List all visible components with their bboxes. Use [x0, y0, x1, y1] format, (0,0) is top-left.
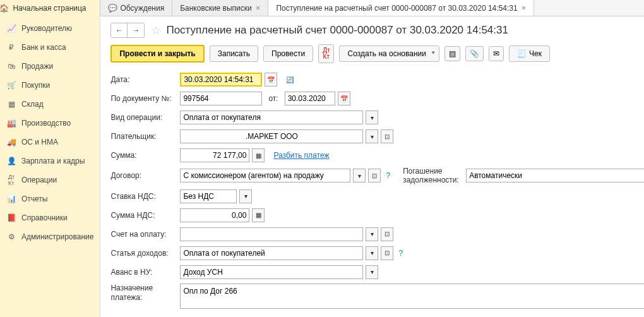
dropdown-icon[interactable]: ▾ [366, 227, 378, 241]
contract-label: Договор: [110, 171, 180, 180]
open-icon[interactable]: ⊡ [381, 227, 393, 241]
home-icon: 🏠 [0, 4, 9, 13]
tab-bank-statements[interactable]: Банковские выписки× [172, 0, 268, 16]
sidebar-item-production[interactable]: 🏭Производство [0, 114, 100, 133]
post-button[interactable]: Провести [263, 45, 313, 62]
post-and-close-button[interactable]: Провести и закрыть [110, 45, 204, 63]
main-area: 🏠Начальная страница 💬Обсуждения Банковск… [100, 0, 644, 317]
dropdown-icon[interactable]: ▾ [239, 189, 252, 203]
dropdown-icon[interactable]: ▾ [366, 111, 378, 124]
person-icon: 👤 [6, 156, 16, 166]
sidebar-label: Продажи [21, 62, 53, 71]
dtkt-button[interactable]: ДтКт [318, 44, 334, 63]
vat-sum-input[interactable] [180, 208, 249, 222]
tab-home-real[interactable]: 🏠Начальная страница [0, 0, 100, 16]
sidebar-label: Операции [21, 176, 57, 184]
nav-buttons: ← → [110, 23, 145, 38]
repay-label: Погашение задолженности: [403, 167, 466, 185]
book-icon: 📕 [6, 213, 16, 223]
back-button[interactable]: ← [111, 23, 128, 37]
sidebar-item-refs[interactable]: 📕Справочники [0, 208, 100, 227]
sidebar-item-salary[interactable]: 👤Зарплата и кадры [0, 152, 100, 170]
income-input[interactable] [180, 246, 363, 260]
vat-rate-label: Ставка НДС: [110, 192, 180, 201]
docnum-input[interactable] [180, 92, 262, 105]
advance-input[interactable] [180, 265, 363, 279]
help-icon[interactable]: ? [398, 249, 403, 258]
attach-button[interactable]: 📎 [465, 46, 484, 61]
sidebar-label: Банк и касса [21, 43, 66, 52]
open-icon[interactable]: ⊡ [381, 129, 393, 143]
sidebar-item-assets[interactable]: 🚚ОС и НМА [0, 133, 100, 152]
sidebar-item-warehouse[interactable]: ▦Склад [0, 95, 100, 114]
sidebar-label: Покупки [21, 81, 50, 90]
register-icon-button[interactable]: ▤ [444, 46, 460, 61]
chart-icon: 📈 [6, 23, 16, 33]
open-icon[interactable]: ⊡ [381, 246, 393, 260]
sidebar-item-bank[interactable]: ₽Банк и касса [0, 38, 100, 57]
chat-icon: 💬 [108, 4, 117, 13]
from-date-input[interactable] [285, 92, 335, 105]
repay-input[interactable] [466, 169, 644, 182]
contract-input[interactable] [180, 169, 350, 182]
optype-label: Вид операции: [110, 113, 180, 122]
receipt-icon: 🧾 [517, 49, 527, 58]
form: Дата: 📅 🔄 По документу №: от: 📅 [110, 72, 644, 317]
date-label: Дата: [110, 75, 180, 84]
calendar-icon[interactable]: 📅 [338, 92, 350, 105]
sidebar-label: Склад [21, 100, 44, 109]
forward-button[interactable]: → [128, 23, 144, 37]
close-icon[interactable]: × [522, 3, 527, 13]
vat-rate-input[interactable] [180, 189, 237, 203]
save-button[interactable]: Записать [210, 45, 258, 62]
split-payment-link[interactable]: Разбить платеж [273, 151, 329, 160]
sidebar-item-sales[interactable]: 🛍Продажи [0, 57, 100, 76]
dropdown-icon[interactable]: ▾ [366, 129, 378, 143]
dropdown-icon[interactable]: ▾ [353, 169, 366, 182]
toolbar: Провести и закрыть Записать Провести ДтК… [110, 44, 644, 63]
refresh-icon[interactable]: 🔄 [283, 73, 296, 87]
sidebar-item-admin[interactable]: ⚙Администрирование [0, 227, 100, 246]
dropdown-icon[interactable]: ▾ [366, 246, 378, 260]
sidebar: ≡Главное 📈Руководителю ₽Банк и касса 🛍Пр… [0, 0, 100, 317]
vat-sum-label: Сумма НДС: [110, 211, 180, 220]
sidebar-item-reports[interactable]: 📊Отчеты [0, 189, 100, 208]
factory-icon: 🏭 [6, 118, 16, 128]
sidebar-label: Отчеты [21, 194, 47, 203]
optype-input[interactable] [180, 111, 363, 124]
create-based-button[interactable]: Создать на основании [339, 45, 439, 62]
payer-input[interactable] [180, 129, 363, 143]
income-label: Статья доходов: [110, 249, 180, 258]
calc-icon[interactable]: ▦ [252, 208, 265, 222]
sum-input[interactable] [180, 148, 249, 162]
title-bar: ← → ☆ Поступление на расчетный счет 0000… [110, 23, 644, 38]
dropdown-icon[interactable]: ▾ [366, 265, 378, 279]
favorite-icon[interactable]: ☆ [151, 23, 161, 37]
purpose-label: Назначение платежа: [110, 284, 180, 303]
coin-icon: ₽ [6, 42, 16, 52]
docnum-label: По документу №: [110, 94, 180, 103]
sidebar-label: Администрирование [21, 232, 93, 241]
calc-icon[interactable]: ▦ [252, 148, 265, 162]
sidebar-item-operations[interactable]: ДтКтОперации [0, 170, 100, 189]
gear-icon: ⚙ [6, 232, 16, 242]
bars-icon: 📊 [6, 194, 16, 204]
tab-bar: 🏠Начальная страница 💬Обсуждения Банковск… [100, 0, 644, 16]
close-icon[interactable]: × [256, 3, 261, 13]
purpose-textarea[interactable] [180, 284, 644, 309]
check-button[interactable]: 🧾Чек [509, 45, 550, 62]
payer-label: Плательщик: [110, 132, 180, 141]
sidebar-item-manager[interactable]: 📈Руководителю [0, 19, 100, 38]
box-icon: ▦ [6, 99, 16, 109]
help-icon[interactable]: ? [386, 171, 390, 180]
calendar-icon[interactable]: 📅 [265, 73, 277, 87]
date-input[interactable] [180, 73, 262, 87]
sidebar-item-purchases[interactable]: 🛒Покупки [0, 76, 100, 95]
sidebar-label: Производство [21, 119, 71, 128]
invoice-input[interactable] [180, 227, 363, 241]
cart-icon: 🛒 [6, 80, 16, 90]
tab-receipt[interactable]: Поступление на расчетный счет 0000-00008… [268, 0, 534, 16]
open-icon[interactable]: ⊡ [368, 169, 381, 182]
mail-button[interactable]: ✉ [489, 46, 504, 61]
tab-discussions[interactable]: 💬Обсуждения [100, 0, 172, 16]
